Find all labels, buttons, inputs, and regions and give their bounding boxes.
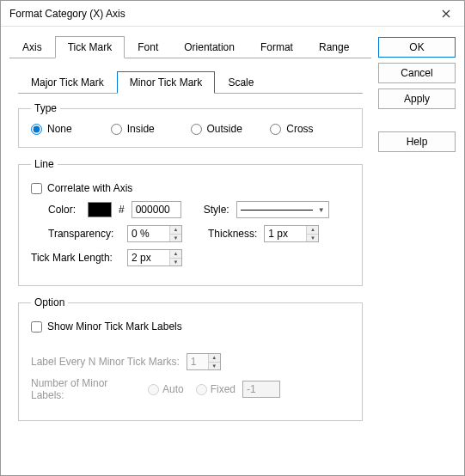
- transparency-row: Transparency: ▲▼ Thickness: ▲▼: [31, 225, 350, 242]
- correlate-label: Correlate with Axis: [47, 182, 132, 194]
- color-swatch[interactable]: [88, 202, 112, 217]
- dialog-window: Format Category (X) Axis Axis Tick Mark …: [0, 0, 465, 476]
- show-labels-row: Show Minor Tick Mark Labels: [31, 320, 350, 333]
- cancel-button[interactable]: Cancel: [378, 63, 456, 83]
- type-inside-label[interactable]: Inside: [111, 123, 191, 135]
- spin-down-icon[interactable]: ▼: [170, 235, 181, 242]
- tab-range[interactable]: Range: [306, 36, 362, 58]
- line-fieldset: Line Correlate with Axis Color: # Style:: [18, 158, 363, 286]
- color-label: Color:: [48, 204, 81, 216]
- spin-up-icon[interactable]: ▲: [307, 226, 318, 235]
- line-legend: Line: [31, 158, 58, 170]
- thickness-label: Thickness:: [208, 228, 257, 240]
- close-button[interactable]: [428, 2, 464, 26]
- tick-length-input[interactable]: [128, 250, 169, 265]
- num-labels-fixed-text: Fixed: [211, 383, 236, 395]
- type-outside-label[interactable]: Outside: [191, 123, 271, 135]
- tab-major-tick-mark[interactable]: Major Tick Mark: [18, 71, 117, 94]
- window-title: Format Category (X) Axis: [9, 8, 428, 20]
- type-inside-text: Inside: [127, 123, 155, 135]
- label-every-input: [187, 354, 208, 369]
- transparency-label: Transparency:: [48, 228, 120, 240]
- line-style-preview: [241, 210, 313, 211]
- inner-tabs: Major Tick Mark Minor Tick Mark Scale: [18, 70, 363, 94]
- label-every-spin-buttons: ▲▼: [208, 354, 220, 369]
- tab-tick-mark[interactable]: Tick Mark: [55, 36, 125, 58]
- close-icon: [442, 9, 450, 18]
- spin-down-icon: ▼: [209, 363, 220, 370]
- tab-scale[interactable]: Scale: [215, 71, 266, 94]
- type-cross-label[interactable]: Cross: [270, 123, 350, 135]
- type-radio-row: None Inside Outside: [31, 123, 350, 135]
- type-outside-radio[interactable]: [191, 124, 202, 135]
- label-every-spinner: ▲▼: [187, 353, 221, 370]
- type-cross-radio[interactable]: [270, 124, 281, 135]
- hash-label: #: [119, 204, 125, 216]
- tick-length-label: Tick Mark Length:: [31, 252, 120, 264]
- correlate-checkbox[interactable]: [31, 183, 42, 194]
- style-label: Style:: [204, 204, 229, 216]
- apply-button[interactable]: Apply: [378, 88, 456, 109]
- num-labels-auto: Auto: [148, 383, 184, 395]
- option-legend: Option: [31, 296, 68, 308]
- label-every-label: Label Every N Minor Tick Marks:: [31, 356, 180, 368]
- color-row: Color: # Style: ▼: [31, 201, 350, 218]
- thickness-spinner[interactable]: ▲▼: [264, 225, 319, 242]
- outer-tabs: Axis Tick Mark Font Orientation Format R…: [9, 35, 371, 58]
- tab-font[interactable]: Font: [125, 36, 171, 58]
- outer-tab-body: Major Tick Mark Minor Tick Mark Scale Ty…: [9, 58, 371, 467]
- spin-down-icon[interactable]: ▼: [170, 259, 181, 266]
- side-buttons: OK Cancel Apply Help: [378, 35, 456, 467]
- chevron-down-icon: ▼: [318, 206, 325, 214]
- show-labels-text: Show Minor Tick Mark Labels: [47, 320, 182, 333]
- spin-up-icon[interactable]: ▲: [170, 226, 181, 235]
- label-every-row: Label Every N Minor Tick Marks: ▲▼: [31, 353, 350, 370]
- type-outside-text: Outside: [207, 123, 242, 135]
- tab-axis[interactable]: Axis: [9, 36, 55, 58]
- spin-up-icon[interactable]: ▲: [170, 250, 181, 259]
- tab-format[interactable]: Format: [248, 36, 306, 58]
- thickness-input[interactable]: [265, 226, 306, 241]
- num-labels-auto-radio: [148, 384, 159, 395]
- correlate-row: Correlate with Axis: [31, 182, 350, 194]
- type-cross-text: Cross: [286, 123, 313, 135]
- help-button[interactable]: Help: [378, 131, 456, 152]
- num-labels-fixed-input: [242, 381, 280, 398]
- tick-length-spinner[interactable]: ▲▼: [127, 249, 182, 266]
- ok-button[interactable]: OK: [378, 37, 456, 58]
- option-fieldset: Option Show Minor Tick Mark Labels Label…: [18, 296, 363, 421]
- content-area: Axis Tick Mark Font Orientation Format R…: [1, 27, 464, 475]
- color-hex-input[interactable]: [132, 201, 181, 218]
- transparency-spinner[interactable]: ▲▼: [127, 225, 182, 242]
- transparency-input[interactable]: [128, 226, 169, 241]
- type-none-text: None: [47, 123, 72, 135]
- num-labels-fixed: Fixed: [196, 383, 236, 395]
- thickness-spin-buttons[interactable]: ▲▼: [306, 226, 318, 241]
- num-labels-row: Number of Minor Labels: Auto Fixed: [31, 377, 350, 401]
- num-labels-fixed-radio: [196, 384, 207, 395]
- type-inside-radio[interactable]: [111, 124, 122, 135]
- spin-up-icon: ▲: [209, 354, 220, 363]
- inner-tab-body: Type None Inside: [9, 94, 371, 421]
- main-panel: Axis Tick Mark Font Orientation Format R…: [9, 35, 371, 467]
- spin-down-icon[interactable]: ▼: [307, 235, 318, 242]
- show-labels-checkbox[interactable]: [31, 321, 42, 333]
- tab-orientation[interactable]: Orientation: [171, 36, 248, 58]
- tick-length-spin-buttons[interactable]: ▲▼: [169, 250, 181, 265]
- type-fieldset: Type None Inside: [18, 102, 363, 148]
- titlebar: Format Category (X) Axis: [1, 1, 464, 27]
- transparency-spin-buttons[interactable]: ▲▼: [169, 226, 181, 241]
- style-select[interactable]: ▼: [236, 201, 329, 218]
- type-none-radio[interactable]: [31, 124, 42, 135]
- tick-length-row: Tick Mark Length: ▲▼: [31, 249, 350, 266]
- type-none-label[interactable]: None: [31, 123, 111, 135]
- tab-minor-tick-mark[interactable]: Minor Tick Mark: [117, 71, 216, 94]
- num-labels-label: Number of Minor Labels:: [31, 377, 141, 401]
- type-legend: Type: [31, 102, 60, 114]
- num-labels-auto-text: Auto: [162, 383, 184, 395]
